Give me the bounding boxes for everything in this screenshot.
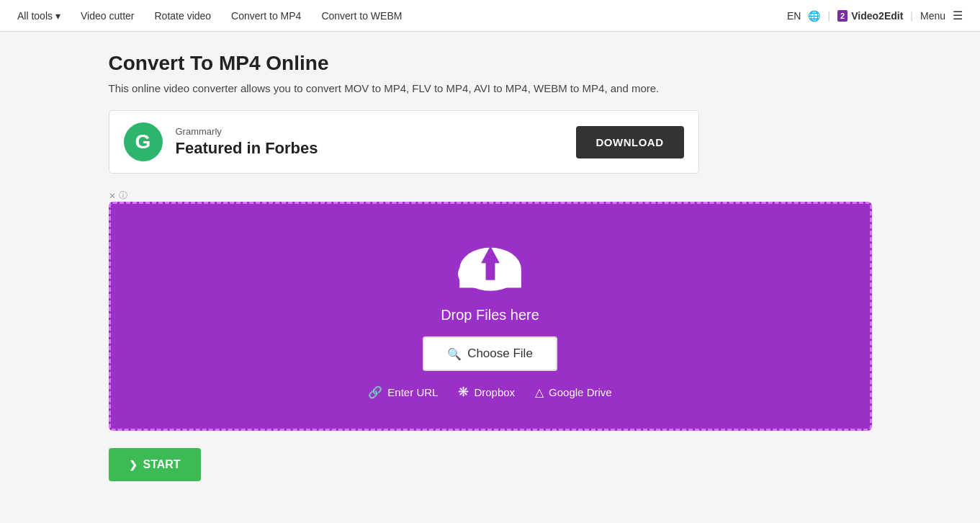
ad-info-icon[interactable]: ⓘ — [119, 189, 127, 202]
ad-logo-letter: G — [135, 130, 151, 153]
drop-text: Drop Files here — [441, 307, 539, 323]
google-drive-icon: △ — [535, 385, 544, 399]
start-label: START — [143, 458, 181, 471]
ad-brand-name: Grammarly — [176, 126, 563, 137]
nav-convert-webm[interactable]: Convert to WEBM — [321, 10, 402, 22]
enter-url-link[interactable]: 🔗 Enter URL — [368, 385, 438, 399]
search-icon: 🔍 — [447, 347, 462, 361]
nav-all-tools[interactable]: All tools ▾ — [17, 10, 60, 22]
google-drive-label: Google Drive — [549, 386, 612, 398]
ad-download-button[interactable]: DOWNLOAD — [576, 126, 684, 158]
chevron-down-icon: ▾ — [55, 10, 60, 22]
navbar-right: EN 🌐 | 2 Video2Edit | Menu ☰ — [787, 9, 963, 22]
ad-footer: ✕ ⓘ — [109, 189, 872, 202]
drop-extra-links: 🔗 Enter URL ❋ Dropbox △ Google Drive — [368, 384, 611, 400]
navbar: All tools ▾ Video cutter Rotate video Co… — [0, 0, 980, 32]
page-title: Convert To MP4 Online — [109, 52, 872, 75]
drop-zone[interactable]: Drop Files here 🔍 Choose File 🔗 Enter UR… — [109, 202, 872, 431]
globe-icon: 🌐 — [808, 10, 820, 22]
ad-headline: Featured in Forbes — [176, 139, 563, 158]
ad-close-icon[interactable]: ✕ — [109, 191, 116, 201]
ad-text-block: Grammarly Featured in Forbes — [176, 126, 563, 158]
enter-url-label: Enter URL — [387, 386, 438, 398]
all-tools-label: All tools — [17, 10, 53, 22]
separator-1: | — [827, 10, 830, 22]
choose-file-button[interactable]: 🔍 Choose File — [423, 336, 557, 371]
page-subtitle: This online video converter allows you t… — [109, 82, 872, 94]
menu-label[interactable]: Menu — [920, 10, 945, 22]
brand-logo-box: 2 — [837, 10, 848, 22]
main-content: Convert To MP4 Online This online video … — [94, 32, 886, 510]
nav-rotate-video[interactable]: Rotate video — [155, 10, 212, 22]
link-icon: 🔗 — [368, 385, 382, 399]
navbar-left: All tools ▾ Video cutter Rotate video Co… — [17, 10, 787, 22]
ad-banner: G Grammarly Featured in Forbes DOWNLOAD — [109, 110, 699, 174]
dropbox-link[interactable]: ❋ Dropbox — [458, 384, 515, 400]
start-button[interactable]: ❯ START — [109, 448, 201, 481]
separator-2: | — [910, 10, 913, 22]
dropbox-icon: ❋ — [458, 384, 469, 400]
brand-name: Video2Edit — [851, 10, 903, 22]
google-drive-link[interactable]: △ Google Drive — [535, 385, 612, 399]
nav-convert-mp4[interactable]: Convert to MP4 — [231, 10, 301, 22]
cloud-svg — [454, 240, 526, 294]
start-arrow-icon: ❯ — [129, 459, 138, 470]
ad-logo: G — [124, 122, 163, 161]
brand-logo[interactable]: 2 Video2Edit — [837, 10, 903, 22]
choose-file-label: Choose File — [467, 347, 533, 361]
nav-video-cutter[interactable]: Video cutter — [81, 10, 134, 22]
menu-icon[interactable]: ☰ — [953, 9, 963, 22]
upload-cloud-icon — [454, 240, 526, 294]
lang-label[interactable]: EN — [787, 10, 801, 22]
dropbox-label: Dropbox — [474, 386, 515, 398]
